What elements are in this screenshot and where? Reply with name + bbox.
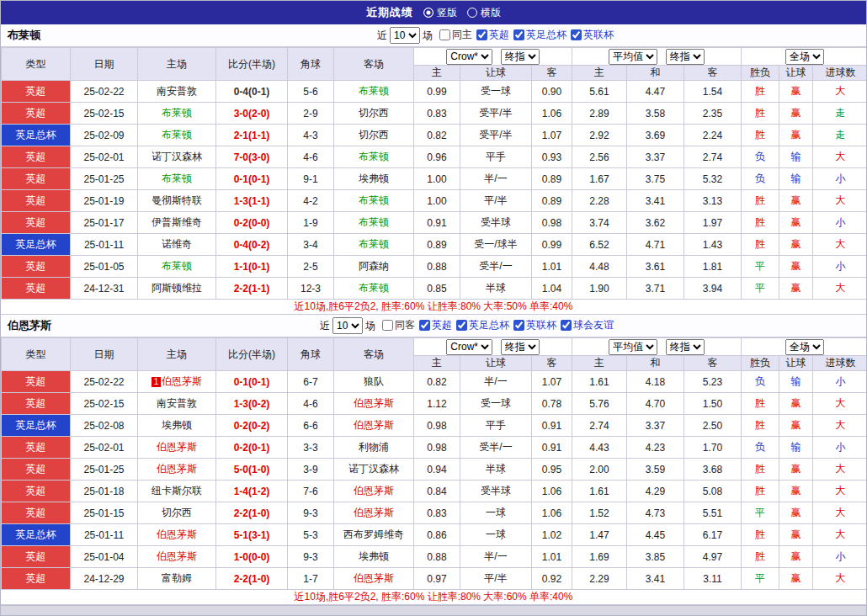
home-team[interactable]: 布莱顿 xyxy=(138,125,216,146)
home-team-label: 南安普敦 xyxy=(157,85,197,97)
match-date: 25-01-11 xyxy=(71,234,138,256)
away-team[interactable]: 伯恩茅斯 xyxy=(334,481,414,502)
home-team[interactable]: 伊普斯维奇 xyxy=(138,212,216,234)
away-team[interactable]: 埃弗顿 xyxy=(334,168,414,190)
corners: 5-3 xyxy=(288,524,334,546)
scope-select-cell: 全场 xyxy=(742,338,867,356)
away-team[interactable]: 诺丁汉森林 xyxy=(334,459,414,481)
home-team[interactable]: 阿斯顿维拉 xyxy=(138,278,216,300)
horizontal-radio[interactable] xyxy=(467,8,477,18)
handicap-odds-home: 0.89 xyxy=(414,234,460,256)
recent-count-select[interactable]: 10 xyxy=(332,317,363,334)
checkbox-input[interactable] xyxy=(439,29,450,40)
avg-odds-lose: 1.54 xyxy=(684,81,742,103)
checkbox-input[interactable] xyxy=(476,29,487,40)
corners: 9-3 xyxy=(288,502,334,524)
away-team[interactable]: 布莱顿 xyxy=(334,278,414,300)
home-team[interactable]: 切尔西 xyxy=(138,502,216,524)
home-team[interactable]: 埃弗顿 xyxy=(138,415,216,437)
home-team[interactable]: 1伯恩茅斯 xyxy=(138,371,216,393)
filter-checkbox-英联杯[interactable]: 英联杯 xyxy=(571,28,614,42)
avg-odds-win: 1.61 xyxy=(572,481,627,502)
filter-checkbox-同主[interactable]: 同主 xyxy=(439,28,472,42)
checkbox-input[interactable] xyxy=(456,320,467,331)
avg-odds-win: 6.52 xyxy=(572,234,627,256)
avg-stage-select[interactable]: 终指 xyxy=(666,49,705,65)
away-team[interactable]: 伯恩茅斯 xyxy=(334,393,414,415)
filter-checkbox-球会友谊[interactable]: 球会友谊 xyxy=(561,318,614,332)
away-team[interactable]: 伯恩茅斯 xyxy=(334,502,414,524)
away-team[interactable]: 西布罗姆维奇 xyxy=(334,524,414,546)
result-wdl: 胜 xyxy=(742,103,779,125)
checkbox-input[interactable] xyxy=(419,320,430,331)
away-team[interactable]: 布莱顿 xyxy=(334,212,414,234)
away-team[interactable]: 埃弗顿 xyxy=(334,546,414,568)
result-wdl: 平 xyxy=(742,568,779,590)
score: 2-2(1-1) xyxy=(216,278,288,300)
layout-horizontal-option[interactable]: 横版 xyxy=(467,6,501,20)
score: 1-3(0-2) xyxy=(216,393,288,415)
competition-badge: 英足总杯 xyxy=(2,524,71,546)
away-team[interactable]: 切尔西 xyxy=(334,103,414,125)
home-team[interactable]: 伯恩茅斯 xyxy=(138,546,216,568)
filter-checkbox-英超[interactable]: 英超 xyxy=(476,28,509,42)
bookmaker-select[interactable]: Crow* xyxy=(446,339,492,355)
filter-checkbox-同客[interactable]: 同客 xyxy=(382,318,415,332)
match-date: 25-01-17 xyxy=(71,212,138,234)
checkbox-input[interactable] xyxy=(571,29,582,40)
away-team[interactable]: 布莱顿 xyxy=(334,190,414,212)
checkbox-label: 英联杯 xyxy=(583,28,614,42)
away-team[interactable]: 伯恩茅斯 xyxy=(334,415,414,437)
checkbox-input[interactable] xyxy=(513,320,524,331)
away-team[interactable]: 狼队 xyxy=(334,371,414,393)
home-team[interactable]: 伯恩茅斯 xyxy=(138,437,216,459)
avg-type-select[interactable]: 平均值 xyxy=(609,339,657,355)
filter-checkbox-英超[interactable]: 英超 xyxy=(419,318,452,332)
filter-checkbox-英联杯[interactable]: 英联杯 xyxy=(513,318,556,332)
home-team[interactable]: 布莱顿 xyxy=(138,103,216,125)
home-team[interactable]: 诺丁汉森林 xyxy=(138,146,216,168)
layout-vertical-option[interactable]: 竖版 xyxy=(423,6,457,20)
away-team[interactable]: 布莱顿 xyxy=(334,234,414,256)
checkbox-input[interactable] xyxy=(382,320,393,331)
away-team[interactable]: 利物浦 xyxy=(334,437,414,459)
avg-type-select[interactable]: 平均值 xyxy=(609,49,657,65)
odds-stage-select[interactable]: 终指 xyxy=(501,49,540,65)
away-team[interactable]: 布莱顿 xyxy=(334,81,414,103)
home-team[interactable]: 曼彻斯特联 xyxy=(138,190,216,212)
competition-badge: 英超 xyxy=(2,393,71,415)
scope-select[interactable]: 全场 xyxy=(785,49,824,65)
vertical-radio[interactable] xyxy=(423,8,434,18)
away-team[interactable]: 伯恩茅斯 xyxy=(334,568,414,590)
checkbox-input[interactable] xyxy=(561,320,572,331)
checkbox-input[interactable] xyxy=(513,29,524,40)
home-team[interactable]: 伯恩茅斯 xyxy=(138,459,216,481)
corners: 2-5 xyxy=(288,256,334,278)
away-team[interactable]: 阿森纳 xyxy=(334,256,414,278)
home-team[interactable]: 布莱顿 xyxy=(138,256,216,278)
score: 5-1(3-1) xyxy=(216,524,288,546)
bookmaker-select[interactable]: Crow* xyxy=(446,49,492,65)
away-team[interactable]: 切尔西 xyxy=(334,125,414,146)
home-team[interactable]: 南安普敦 xyxy=(138,81,216,103)
scope-select[interactable]: 全场 xyxy=(785,339,824,355)
avg-odds-draw: 3.61 xyxy=(627,256,684,278)
match-date: 25-01-15 xyxy=(71,502,138,524)
home-team[interactable]: 布莱顿 xyxy=(138,168,216,190)
filter-checkbox-英足总杯[interactable]: 英足总杯 xyxy=(456,318,509,332)
home-team[interactable]: 南安普敦 xyxy=(138,393,216,415)
home-team[interactable]: 诺维奇 xyxy=(138,234,216,256)
avg-odds-win: 1.47 xyxy=(572,524,627,546)
result-wdl: 负 xyxy=(742,371,779,393)
away-team[interactable]: 布莱顿 xyxy=(334,146,414,168)
home-team[interactable]: 伯恩茅斯 xyxy=(138,524,216,546)
home-team[interactable]: 富勒姆 xyxy=(138,568,216,590)
home-team[interactable]: 纽卡斯尔联 xyxy=(138,481,216,502)
result-handicap: 赢 xyxy=(779,393,813,415)
result-wdl: 胜 xyxy=(742,459,779,481)
avg-stage-select[interactable]: 终指 xyxy=(666,339,705,355)
home-team-label: 伯恩茅斯 xyxy=(157,550,197,562)
recent-count-select[interactable]: 10 xyxy=(390,27,420,44)
filter-checkbox-英足总杯[interactable]: 英足总杯 xyxy=(513,28,566,42)
odds-stage-select[interactable]: 终指 xyxy=(501,339,540,355)
